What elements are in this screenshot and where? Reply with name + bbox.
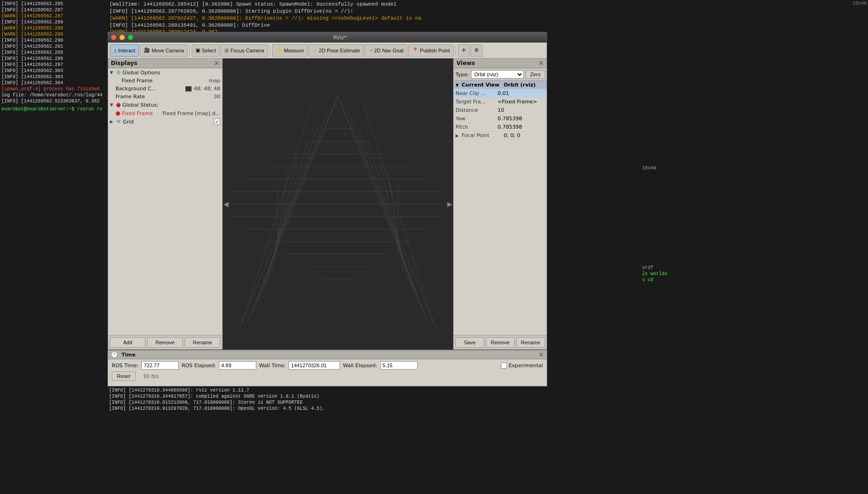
displays-panel-header: Displays ✕ (108, 58, 222, 68)
focal-point-label: Focal Point (462, 132, 504, 138)
displays-close-icon[interactable]: ✕ (214, 60, 219, 66)
views-remove-button[interactable]: Remove (486, 337, 514, 348)
pitch-value: 0.785398 (498, 124, 545, 130)
wall-elapsed-input[interactable] (380, 361, 418, 370)
views-tree: ▼ Current View Orbit (rviz) Near Clip ..… (454, 81, 547, 335)
time-content: ROS Time: ROS Elapsed: Wall Time: Wall E… (108, 359, 547, 371)
grid-checkbox[interactable]: ✓ (214, 118, 220, 125)
reset-button[interactable]: Reset (112, 371, 136, 381)
viewport-left-arrow[interactable]: ◀ (224, 200, 229, 208)
nav-goal-label: 2D Nav Goal (374, 48, 404, 53)
global-status-item[interactable]: ▼ ● Global Status: (108, 101, 222, 109)
views-close-icon[interactable]: ✕ (538, 60, 544, 66)
fixed-frame-item[interactable]: Fixed Frame map (108, 77, 222, 85)
publish-point-button[interactable]: 📍 Publish Point (408, 44, 454, 57)
publish-point-icon: 📍 (412, 47, 419, 53)
frame-rate-item[interactable]: Frame Rate 30 (108, 93, 222, 101)
move-camera-button[interactable]: 🎥 Move Camera (140, 44, 188, 57)
toolbar-separator-3 (456, 45, 456, 56)
global-status-arrow: ▼ (110, 102, 115, 107)
select-label: Select (202, 48, 216, 53)
displays-title: Displays (111, 60, 137, 66)
wall-elapsed-label: Wall Elapsed: (343, 363, 377, 369)
window-title: RViz* (136, 35, 544, 41)
terminal-left: [INFO] [1441269562.285 [INFO] [144126956… (0, 0, 108, 494)
terminal-right: 15x40 15x40 urdf ls worlds s cd (641, 0, 868, 494)
fixed-frame-error-icon: ● (116, 110, 120, 116)
views-rename-button[interactable]: Rename (516, 337, 545, 348)
yaw-label: Yaw (456, 116, 498, 122)
svg-line-21 (268, 156, 297, 282)
rviz-window: RViz* ↕ Interact 🎥 Move Camera ▣ Select … (108, 32, 547, 350)
grid-item[interactable]: ▶ 👁 Grid ✓ (108, 117, 222, 126)
rename-display-button[interactable]: Rename (185, 337, 220, 348)
yaw-value: 0.785398 (498, 116, 545, 122)
measure-icon: 📏 (276, 47, 282, 53)
measure-label: Measure (284, 48, 304, 53)
current-view-header[interactable]: ▼ Current View Orbit (rviz) (454, 81, 547, 89)
rviz-toolbar: ↕ Interact 🎥 Move Camera ▣ Select ◎ Focu… (108, 43, 547, 58)
views-type-select[interactable]: Orbit (rviz) (471, 70, 524, 79)
ros-elapsed-input[interactable] (219, 361, 256, 370)
global-options-icon: ⚙ (116, 69, 121, 76)
rviz-titlebar: RViz* (108, 32, 547, 43)
time-clock-icon: 🕐 (111, 351, 118, 358)
extra-icon: ✛ (462, 47, 466, 53)
fixed-frame-error-item[interactable]: ● Fixed Frame Fixed Frame [map] d... (108, 109, 222, 117)
measure-button[interactable]: 📏 Measure (272, 44, 308, 57)
remove-display-button[interactable]: Remove (147, 337, 183, 348)
experimental-section: Experimental (501, 363, 543, 369)
svg-line-27 (238, 96, 338, 332)
experimental-checkbox[interactable] (501, 363, 507, 369)
terminal-bottom: [INFO] [1441270319.344866500]: rviz vers… (108, 386, 346, 494)
distance-label: Distance (456, 107, 498, 113)
add-button[interactable]: Add (110, 337, 145, 348)
yaw-row: Yaw 0.785398 (454, 115, 547, 123)
background-color-item[interactable]: Background C... 48; 48; 48 (108, 85, 222, 93)
focal-point-value: 0; 0; 0 (504, 132, 545, 138)
displays-panel: Displays ✕ ▼ ⚙ Global Options Fixed Fram… (108, 58, 223, 349)
pose-estimate-button[interactable]: → 2D Pose Estimate (309, 44, 364, 57)
time-panel-close-icon[interactable]: ✕ (538, 351, 544, 358)
svg-line-22 (378, 156, 408, 282)
close-btn[interactable] (111, 35, 116, 40)
maximize-btn[interactable] (128, 35, 133, 40)
ros-time-input[interactable] (141, 361, 179, 370)
fixed-frame-value: map (209, 78, 220, 84)
viewport-right-arrow[interactable]: ▶ (447, 200, 452, 208)
fps-label: 30 fps (143, 373, 159, 379)
global-options-item[interactable]: ▼ ⚙ Global Options (108, 68, 222, 77)
3d-viewport[interactable]: ◀ ▶ (223, 58, 453, 349)
minimize-btn[interactable] (119, 35, 125, 40)
target-frame-row: Target Fra... <Fixed Frame> (454, 98, 547, 106)
pose-estimate-icon: → (312, 48, 318, 53)
wall-time-label: Wall Time: (259, 363, 286, 369)
extra-button[interactable]: ✛ (458, 44, 470, 57)
nav-goal-button[interactable]: ⇒ 2D Nav Goal (365, 44, 407, 57)
frame-rate-value: 30 (214, 94, 220, 100)
focus-camera-label: Focus Camera (231, 48, 264, 53)
settings-button[interactable]: ⚙ (470, 44, 483, 57)
focus-camera-button[interactable]: ◎ Focus Camera (221, 44, 268, 57)
views-panel: Views ✕ Type: Orbit (rviz) Zero ▼ Curren… (453, 58, 547, 349)
background-color-value: 48; 48; 48 (194, 86, 220, 92)
target-frame-label: Target Fra... (456, 99, 498, 105)
global-status-icon: ● (116, 102, 121, 108)
select-button[interactable]: ▣ Select (192, 44, 220, 57)
views-panel-header: Views ✕ (454, 58, 547, 68)
select-icon: ▣ (195, 47, 200, 53)
focus-camera-icon: ◎ (224, 47, 229, 53)
publish-point-label: Publish Point (420, 48, 450, 53)
wall-time-input[interactable] (289, 361, 340, 370)
near-clip-value: 0.01 (498, 90, 545, 96)
distance-value: 10 (498, 107, 545, 113)
zero-button[interactable]: Zero (526, 70, 545, 79)
views-save-button[interactable]: Save (456, 337, 484, 348)
toolbar-separator-2 (270, 45, 270, 56)
pose-estimate-label: 2D Pose Estimate (319, 48, 360, 53)
nav-goal-icon: ⇒ (369, 47, 373, 53)
time-panel-header: 🕐 Time ✕ (108, 350, 547, 359)
displays-buttons: Add Remove Rename (108, 335, 222, 349)
interact-button[interactable]: ↕ Interact (110, 44, 139, 57)
interact-icon: ↕ (114, 47, 117, 54)
